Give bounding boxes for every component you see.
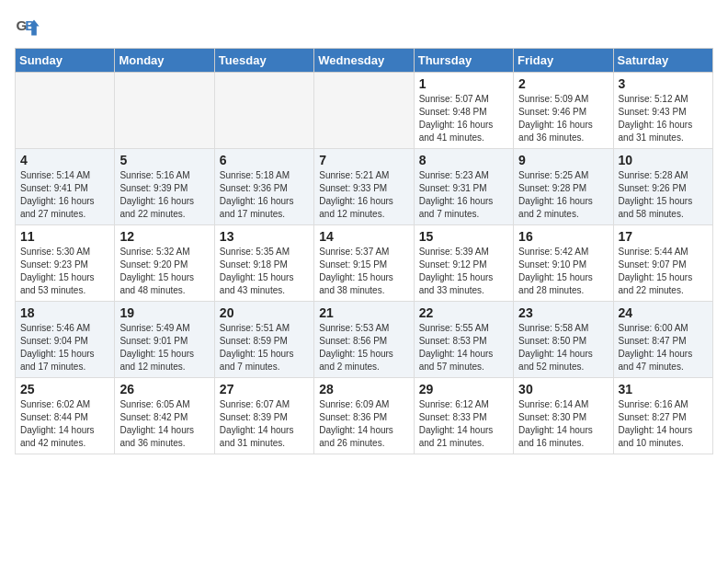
day-number: 30 <box>518 382 608 396</box>
calendar-cell: 6Sunrise: 5:18 AM Sunset: 9:36 PM Daylig… <box>214 149 313 225</box>
logo-icon: G B <box>15 15 40 40</box>
day-info: Sunrise: 5:49 AM Sunset: 9:01 PM Dayligh… <box>119 322 209 373</box>
day-number: 8 <box>419 153 508 167</box>
calendar-cell: 27Sunrise: 6:07 AM Sunset: 8:39 PM Dayli… <box>214 378 313 454</box>
day-info: Sunrise: 5:51 AM Sunset: 8:59 PM Dayligh… <box>220 322 309 373</box>
weekday-header-tuesday: Tuesday <box>214 49 313 73</box>
calendar-table: SundayMondayTuesdayWednesdayThursdayFrid… <box>15 48 713 454</box>
logo: G B <box>15 15 44 40</box>
day-info: Sunrise: 6:14 AM Sunset: 8:30 PM Dayligh… <box>518 398 608 450</box>
day-number: 26 <box>119 382 209 396</box>
calendar-week-4: 18Sunrise: 5:46 AM Sunset: 9:04 PM Dayli… <box>16 302 713 378</box>
calendar-cell: 2Sunrise: 5:09 AM Sunset: 9:46 PM Daylig… <box>514 73 613 149</box>
calendar-cell: 25Sunrise: 6:02 AM Sunset: 8:44 PM Dayli… <box>16 378 115 454</box>
day-number: 14 <box>319 229 408 244</box>
day-number: 11 <box>20 229 109 244</box>
calendar-cell: 1Sunrise: 5:07 AM Sunset: 9:48 PM Daylig… <box>414 73 513 149</box>
day-info: Sunrise: 5:09 AM Sunset: 9:46 PM Dayligh… <box>518 93 608 144</box>
calendar-cell: 31Sunrise: 6:16 AM Sunset: 8:27 PM Dayli… <box>613 378 712 454</box>
day-number: 19 <box>119 305 209 320</box>
calendar-cell: 10Sunrise: 5:28 AM Sunset: 9:26 PM Dayli… <box>613 149 712 225</box>
day-info: Sunrise: 6:00 AM Sunset: 8:47 PM Dayligh… <box>619 322 708 373</box>
calendar-cell <box>115 73 214 149</box>
weekday-header-wednesday: Wednesday <box>314 49 414 73</box>
weekday-header-friday: Friday <box>514 49 613 73</box>
day-info: Sunrise: 6:02 AM Sunset: 8:44 PM Dayligh… <box>20 398 109 450</box>
day-number: 17 <box>619 229 708 244</box>
calendar-cell <box>16 73 115 149</box>
day-number: 12 <box>119 229 209 244</box>
calendar-cell: 3Sunrise: 5:12 AM Sunset: 9:43 PM Daylig… <box>613 73 712 149</box>
day-number: 10 <box>619 153 708 167</box>
calendar-cell: 11Sunrise: 5:30 AM Sunset: 9:23 PM Dayli… <box>16 225 115 302</box>
day-info: Sunrise: 5:53 AM Sunset: 8:56 PM Dayligh… <box>319 322 408 373</box>
calendar-cell: 15Sunrise: 5:39 AM Sunset: 9:12 PM Dayli… <box>414 225 513 302</box>
day-info: Sunrise: 5:21 AM Sunset: 9:33 PM Dayligh… <box>319 169 408 221</box>
day-number: 1 <box>419 76 508 91</box>
day-info: Sunrise: 5:42 AM Sunset: 9:10 PM Dayligh… <box>518 246 608 297</box>
day-number: 7 <box>319 153 408 167</box>
calendar-cell: 26Sunrise: 6:05 AM Sunset: 8:42 PM Dayli… <box>115 378 214 454</box>
day-number: 20 <box>220 305 309 320</box>
day-info: Sunrise: 6:12 AM Sunset: 8:33 PM Dayligh… <box>419 398 508 450</box>
calendar-week-3: 11Sunrise: 5:30 AM Sunset: 9:23 PM Dayli… <box>16 225 713 302</box>
day-number: 18 <box>20 305 109 320</box>
day-info: Sunrise: 5:16 AM Sunset: 9:39 PM Dayligh… <box>119 169 209 221</box>
day-info: Sunrise: 5:35 AM Sunset: 9:18 PM Dayligh… <box>220 246 309 297</box>
page-header: G B <box>15 15 713 40</box>
calendar-cell <box>314 73 414 149</box>
calendar-cell <box>214 73 313 149</box>
day-number: 16 <box>518 229 608 244</box>
calendar-cell: 21Sunrise: 5:53 AM Sunset: 8:56 PM Dayli… <box>314 302 414 378</box>
day-number: 27 <box>220 382 309 396</box>
day-number: 21 <box>319 305 408 320</box>
day-info: Sunrise: 6:05 AM Sunset: 8:42 PM Dayligh… <box>119 398 209 450</box>
calendar-cell: 17Sunrise: 5:44 AM Sunset: 9:07 PM Dayli… <box>613 225 712 302</box>
calendar-cell: 22Sunrise: 5:55 AM Sunset: 8:53 PM Dayli… <box>414 302 513 378</box>
day-info: Sunrise: 5:44 AM Sunset: 9:07 PM Dayligh… <box>619 246 708 297</box>
day-number: 15 <box>419 229 508 244</box>
weekday-header-monday: Monday <box>115 49 214 73</box>
day-info: Sunrise: 5:07 AM Sunset: 9:48 PM Dayligh… <box>419 93 508 144</box>
weekday-header-sunday: Sunday <box>16 49 115 73</box>
day-info: Sunrise: 5:46 AM Sunset: 9:04 PM Dayligh… <box>20 322 109 373</box>
calendar-cell: 5Sunrise: 5:16 AM Sunset: 9:39 PM Daylig… <box>115 149 214 225</box>
day-number: 3 <box>619 76 708 91</box>
day-info: Sunrise: 5:58 AM Sunset: 8:50 PM Dayligh… <box>518 322 608 373</box>
day-number: 13 <box>220 229 309 244</box>
calendar-cell: 30Sunrise: 6:14 AM Sunset: 8:30 PM Dayli… <box>514 378 613 454</box>
day-number: 25 <box>20 382 109 396</box>
weekday-header-saturday: Saturday <box>613 49 712 73</box>
day-number: 4 <box>20 153 109 167</box>
calendar-cell: 13Sunrise: 5:35 AM Sunset: 9:18 PM Dayli… <box>214 225 313 302</box>
calendar-cell: 23Sunrise: 5:58 AM Sunset: 8:50 PM Dayli… <box>514 302 613 378</box>
day-info: Sunrise: 5:25 AM Sunset: 9:28 PM Dayligh… <box>518 169 608 221</box>
day-number: 9 <box>518 153 608 167</box>
day-info: Sunrise: 5:18 AM Sunset: 9:36 PM Dayligh… <box>220 169 309 221</box>
calendar-cell: 18Sunrise: 5:46 AM Sunset: 9:04 PM Dayli… <box>16 302 115 378</box>
day-info: Sunrise: 5:37 AM Sunset: 9:15 PM Dayligh… <box>319 246 408 297</box>
day-info: Sunrise: 5:28 AM Sunset: 9:26 PM Dayligh… <box>619 169 708 221</box>
calendar-cell: 8Sunrise: 5:23 AM Sunset: 9:31 PM Daylig… <box>414 149 513 225</box>
day-info: Sunrise: 5:55 AM Sunset: 8:53 PM Dayligh… <box>419 322 508 373</box>
calendar-cell: 19Sunrise: 5:49 AM Sunset: 9:01 PM Dayli… <box>115 302 214 378</box>
day-info: Sunrise: 5:39 AM Sunset: 9:12 PM Dayligh… <box>419 246 508 297</box>
calendar-cell: 24Sunrise: 6:00 AM Sunset: 8:47 PM Dayli… <box>613 302 712 378</box>
day-info: Sunrise: 5:30 AM Sunset: 9:23 PM Dayligh… <box>20 246 109 297</box>
calendar-week-2: 4Sunrise: 5:14 AM Sunset: 9:41 PM Daylig… <box>16 149 713 225</box>
day-number: 24 <box>619 305 708 320</box>
calendar-week-1: 1Sunrise: 5:07 AM Sunset: 9:48 PM Daylig… <box>16 73 713 149</box>
calendar-cell: 14Sunrise: 5:37 AM Sunset: 9:15 PM Dayli… <box>314 225 414 302</box>
day-info: Sunrise: 6:07 AM Sunset: 8:39 PM Dayligh… <box>220 398 309 450</box>
calendar-cell: 7Sunrise: 5:21 AM Sunset: 9:33 PM Daylig… <box>314 149 414 225</box>
day-info: Sunrise: 5:14 AM Sunset: 9:41 PM Dayligh… <box>20 169 109 221</box>
day-number: 2 <box>518 76 608 91</box>
day-info: Sunrise: 5:32 AM Sunset: 9:20 PM Dayligh… <box>119 246 209 297</box>
day-number: 23 <box>518 305 608 320</box>
day-info: Sunrise: 6:09 AM Sunset: 8:36 PM Dayligh… <box>319 398 408 450</box>
day-info: Sunrise: 6:16 AM Sunset: 8:27 PM Dayligh… <box>619 398 708 450</box>
day-info: Sunrise: 5:12 AM Sunset: 9:43 PM Dayligh… <box>619 93 708 144</box>
calendar-cell: 4Sunrise: 5:14 AM Sunset: 9:41 PM Daylig… <box>16 149 115 225</box>
calendar-cell: 29Sunrise: 6:12 AM Sunset: 8:33 PM Dayli… <box>414 378 513 454</box>
day-number: 22 <box>419 305 508 320</box>
